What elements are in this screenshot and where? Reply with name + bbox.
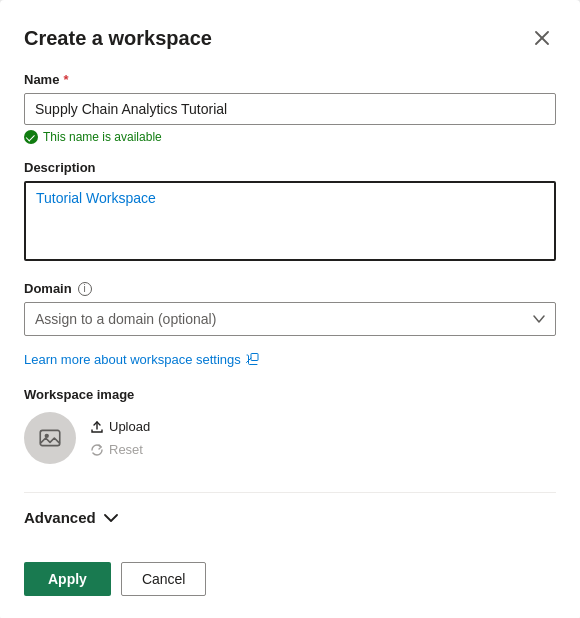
external-link-icon [246,353,259,366]
domain-placeholder: Assign to a domain (optional) [35,311,216,327]
reset-button[interactable]: Reset [90,440,150,459]
image-row: Upload Reset [24,412,556,464]
name-label: Name * [24,72,556,87]
learn-more-link[interactable]: Learn more about workspace settings [24,352,556,367]
workspace-image-label: Workspace image [24,387,556,402]
domain-select[interactable]: Assign to a domain (optional) [24,302,556,336]
description-label: Description [24,160,556,175]
apply-button[interactable]: Apply [24,562,111,596]
workspace-image-placeholder [24,412,76,464]
name-input[interactable] [24,93,556,125]
svg-rect-2 [251,354,258,361]
svg-rect-3 [40,430,60,445]
domain-field-group: Domain i Assign to a domain (optional) [24,281,556,336]
advanced-chevron-icon [104,513,118,523]
dialog-title: Create a workspace [24,27,212,50]
reset-label: Reset [109,442,143,457]
upload-icon [90,420,104,434]
workspace-image-section: Workspace image Upload [24,387,556,464]
cancel-button[interactable]: Cancel [121,562,207,596]
create-workspace-dialog: Create a workspace Name * This name is a… [0,0,580,618]
domain-label: Domain [24,281,72,296]
domain-info-icon[interactable]: i [78,282,92,296]
name-field-group: Name * This name is available [24,72,556,144]
advanced-section[interactable]: Advanced [24,505,556,530]
image-actions: Upload Reset [90,417,150,459]
image-placeholder-icon [37,425,63,451]
dialog-header: Create a workspace [24,24,556,52]
upload-button[interactable]: Upload [90,417,150,436]
close-button[interactable] [528,24,556,52]
name-available-message: This name is available [24,130,556,144]
check-circle-icon [24,130,38,144]
domain-label-row: Domain i [24,281,556,296]
chevron-down-icon [533,315,545,323]
advanced-label: Advanced [24,509,96,526]
description-textarea[interactable]: Tutorial Workspace [24,181,556,261]
dialog-footer: Apply Cancel [24,538,556,596]
reset-icon [90,443,104,457]
upload-label: Upload [109,419,150,434]
section-divider [24,492,556,493]
required-star: * [63,72,68,87]
description-field-group: Description Tutorial Workspace [24,160,556,265]
